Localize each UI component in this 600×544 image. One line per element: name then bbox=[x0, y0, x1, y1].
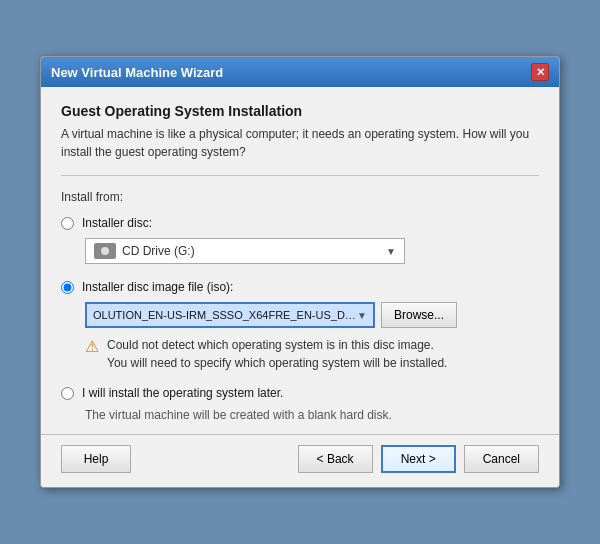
footer-right: < Back Next > Cancel bbox=[298, 445, 539, 473]
installer-iso-option-row: Installer disc image file (iso): bbox=[61, 280, 539, 294]
cd-drive-label: CD Drive (G:) bbox=[122, 244, 195, 258]
warning-text: Could not detect which operating system … bbox=[107, 336, 447, 372]
iso-field-text: OLUTION_EN-US-IRM_SSSO_X64FRE_EN-US_DV5.… bbox=[93, 309, 357, 321]
install-later-desc: The virtual machine will be created with… bbox=[85, 408, 539, 422]
install-later-label[interactable]: I will install the operating system late… bbox=[82, 386, 283, 400]
installer-disc-radio[interactable] bbox=[61, 217, 74, 230]
dialog-content: Guest Operating System Installation A vi… bbox=[41, 87, 559, 434]
cd-drive-icon bbox=[94, 243, 116, 259]
back-button[interactable]: < Back bbox=[298, 445, 373, 473]
installer-disc-label[interactable]: Installer disc: bbox=[82, 216, 152, 230]
help-button[interactable]: Help bbox=[61, 445, 131, 473]
installer-iso-label[interactable]: Installer disc image file (iso): bbox=[82, 280, 233, 294]
cd-drive-dropdown-inner: CD Drive (G:) bbox=[94, 243, 195, 259]
iso-dropdown-arrow: ▼ bbox=[357, 310, 367, 321]
cd-drive-dropdown[interactable]: CD Drive (G:) ▼ bbox=[85, 238, 405, 264]
iso-field-row: OLUTION_EN-US-IRM_SSSO_X64FRE_EN-US_DV5.… bbox=[85, 302, 539, 328]
warning-box: ⚠ Could not detect which operating syste… bbox=[85, 336, 539, 372]
browse-button[interactable]: Browse... bbox=[381, 302, 457, 328]
installer-disc-option-row: Installer disc: bbox=[61, 216, 539, 230]
install-later-radio[interactable] bbox=[61, 387, 74, 400]
header-title: Guest Operating System Installation bbox=[61, 103, 539, 119]
install-from-label: Install from: bbox=[61, 190, 539, 204]
title-bar-buttons: ✕ bbox=[531, 63, 549, 81]
footer-left: Help bbox=[61, 445, 131, 473]
cancel-button[interactable]: Cancel bbox=[464, 445, 539, 473]
next-button[interactable]: Next > bbox=[381, 445, 456, 473]
header-section: Guest Operating System Installation A vi… bbox=[61, 103, 539, 161]
header-desc: A virtual machine is like a physical com… bbox=[61, 125, 539, 161]
installer-iso-radio[interactable] bbox=[61, 281, 74, 294]
close-button[interactable]: ✕ bbox=[531, 63, 549, 81]
separator bbox=[61, 175, 539, 176]
footer: Help < Back Next > Cancel bbox=[41, 434, 559, 487]
window-title: New Virtual Machine Wizard bbox=[51, 65, 223, 80]
cd-drive-dropdown-arrow: ▼ bbox=[386, 246, 396, 257]
iso-file-field[interactable]: OLUTION_EN-US-IRM_SSSO_X64FRE_EN-US_DV5.… bbox=[85, 302, 375, 328]
install-later-option-row: I will install the operating system late… bbox=[61, 386, 539, 400]
title-bar: New Virtual Machine Wizard ✕ bbox=[41, 57, 559, 87]
cd-drive-dropdown-row: CD Drive (G:) ▼ bbox=[85, 238, 539, 264]
warning-icon: ⚠ bbox=[85, 337, 99, 356]
main-window: New Virtual Machine Wizard ✕ Guest Opera… bbox=[40, 56, 560, 488]
